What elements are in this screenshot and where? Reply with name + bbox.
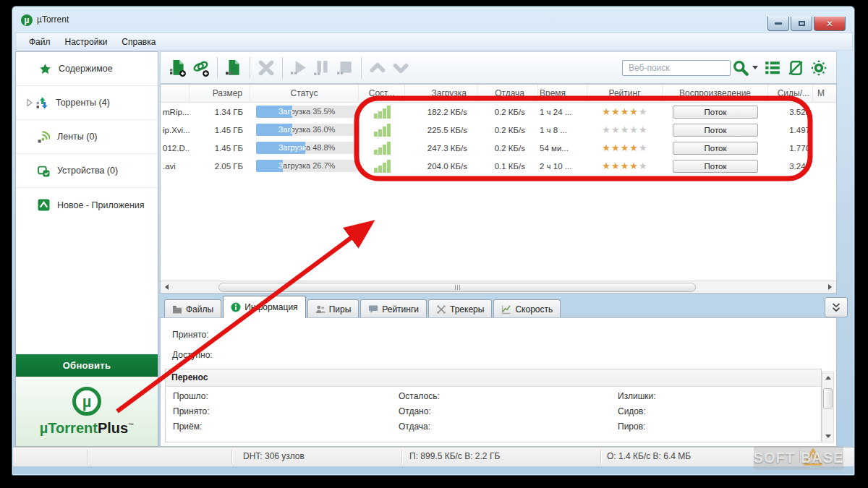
progress-label-inverse: Загрузка 36.0% [256, 124, 292, 136]
column-header-m[interactable]: М [813, 85, 836, 102]
add-torrent-button[interactable] [166, 56, 190, 80]
create-torrent-icon [225, 59, 242, 77]
double-chevron-down-icon [830, 302, 842, 313]
sidebar-item-devices[interactable]: Устройства (0) [16, 154, 158, 188]
column-header-download[interactable]: Загрузка [405, 85, 477, 102]
window-title: µTorrent [37, 14, 69, 25]
torrent-row[interactable]: .avi 2.05 ГБ Загрузка 26.7% Загрузка 26.… [161, 157, 836, 175]
watermark-right-text: BASE [801, 450, 844, 466]
column-header-health[interactable]: Сост... [359, 85, 405, 102]
trackers-icon [436, 304, 446, 314]
expand-arrow-icon[interactable] [26, 98, 33, 107]
sidebar-item-content[interactable]: Содержимое [16, 52, 158, 86]
menu-settings[interactable]: Настройки [58, 35, 115, 49]
torrent-seeds-peers: 3.245 [768, 162, 813, 171]
torrent-eta: 2 ч 10 ... [538, 162, 587, 171]
wasted-label: Излишки: [618, 391, 656, 401]
scroll-up-button[interactable] [822, 372, 833, 383]
stream-button[interactable]: Поток [673, 124, 758, 137]
tab-label: Пиры [329, 304, 352, 314]
settings-button[interactable] [807, 56, 830, 80]
elapsed-label: Прошло: [173, 391, 210, 401]
title-bar[interactable]: µ µTorrent ✕ [12, 7, 854, 33]
tab-information[interactable]: Информация [223, 296, 305, 318]
feeds-icon [38, 131, 50, 143]
tab-label: Трекеры [450, 304, 484, 314]
toolbar-separator [282, 57, 283, 79]
minimize-icon [775, 22, 782, 25]
torrent-playback-cell: Поток [663, 160, 768, 173]
torrent-rating-stars[interactable]: ★★★★★ [587, 160, 663, 171]
column-header-rating[interactable]: Рейтинг [587, 85, 663, 102]
torrent-rating-stars[interactable]: ★★★★★ [587, 106, 663, 117]
toolbar-separator [250, 57, 250, 79]
detailed-view-button[interactable] [761, 56, 784, 80]
torrent-row[interactable]: mRip.... 1.34 ГБ Загрузка 35.5% Загрузка… [161, 103, 836, 121]
add-torrent-icon [169, 59, 187, 77]
column-header-eta[interactable]: Время [538, 85, 587, 102]
tab-ratings[interactable]: Рейтинги [360, 299, 427, 318]
start-button[interactable] [287, 56, 310, 80]
maximize-button[interactable] [791, 17, 812, 31]
web-search-button[interactable] [731, 56, 751, 80]
move-down-icon [392, 59, 409, 77]
menu-help[interactable]: Справка [114, 35, 163, 49]
horizontal-scroll-thumb[interactable] [218, 283, 696, 292]
tab-speed[interactable]: Скорость [493, 299, 561, 318]
sidebar-item-apps[interactable]: Новое - Приложения [16, 188, 158, 222]
collapse-panel-button[interactable] [825, 297, 848, 317]
tab-label: Информация [244, 302, 297, 312]
move-up-icon [369, 59, 386, 77]
column-header-size[interactable]: Размер [190, 85, 250, 102]
utorrent-plus-banner[interactable]: µ µTorrentPlus™ [16, 377, 158, 446]
torrent-download-speed: 182.2 КБ/s [405, 108, 477, 116]
column-header-playback[interactable]: Воспроизведение [663, 85, 768, 102]
progress-label-inverse: Загрузка 35.5% [256, 106, 292, 118]
move-up-button[interactable] [366, 56, 389, 80]
torrent-rating-stars[interactable]: ★★★★★ [587, 142, 663, 153]
pause-button[interactable] [310, 56, 333, 80]
sidebar-item-torrents[interactable]: Торренты (4) [16, 86, 158, 120]
scroll-right-button[interactable] [824, 281, 836, 293]
torrent-rating-stars[interactable]: ★★★★★ [587, 124, 663, 135]
apps-icon [38, 199, 50, 211]
torrent-eta: 1 ч 8 ... [538, 126, 587, 134]
minimize-button[interactable] [767, 17, 789, 31]
torrent-list: Размер Статус Сост... Загрузка Отдача Вр… [160, 84, 837, 294]
torrent-row[interactable]: ip.Xvi... 1.45 ГБ Загрузка 36.0% Загрузк… [161, 121, 836, 139]
tab-trackers[interactable]: Трекеры [428, 299, 492, 318]
tab-files[interactable]: Файлы [164, 299, 221, 318]
create-torrent-button[interactable] [222, 56, 245, 80]
horizontal-scrollbar[interactable] [161, 281, 836, 293]
stream-button[interactable]: Поток [673, 106, 758, 119]
web-search-input[interactable] [622, 60, 731, 76]
torrent-status-cell: Загрузка 48.8% Загрузка 48.8% [250, 142, 359, 154]
uprate-label: Отдача: [399, 421, 440, 432]
stream-button[interactable]: Поток [673, 160, 758, 173]
update-button[interactable]: Обновить [16, 354, 158, 377]
tab-peers[interactable]: Пиры [307, 299, 359, 318]
close-button[interactable]: ✕ [814, 17, 846, 31]
stream-button[interactable]: Поток [673, 142, 758, 155]
vertical-scroll-thumb[interactable] [823, 388, 833, 408]
torrent-eta: 54 ми... [538, 144, 587, 153]
move-down-button[interactable] [389, 56, 412, 80]
scroll-down-button[interactable] [822, 431, 833, 442]
column-header-upload[interactable]: Отдача [477, 85, 538, 102]
status-bar: DHT: 306 узлов П: 899.5 КБ/с В: 2.2 ГБ О… [13, 447, 854, 466]
search-engine-dropdown-icon[interactable] [752, 66, 758, 69]
column-header-name[interactable] [161, 85, 190, 102]
remove-button[interactable] [255, 56, 278, 80]
menu-file[interactable]: Файл [22, 35, 58, 49]
menu-bar: Файл Настройки Справка [15, 33, 853, 51]
remote-access-button[interactable] [784, 56, 807, 80]
vertical-scrollbar[interactable] [822, 372, 834, 442]
column-header-status[interactable]: Статус [250, 85, 359, 102]
folder-icon [172, 304, 182, 314]
scroll-left-button[interactable] [161, 281, 173, 293]
stop-button[interactable] [333, 56, 357, 80]
column-header-seeds[interactable]: Сиды/... [768, 85, 813, 102]
torrent-row[interactable]: 012.D... 1.45 ГБ Загрузка 48.8% Загрузка… [161, 139, 836, 157]
sidebar-item-feeds[interactable]: Ленты (0) [16, 120, 158, 154]
add-link-button[interactable] [190, 56, 213, 80]
